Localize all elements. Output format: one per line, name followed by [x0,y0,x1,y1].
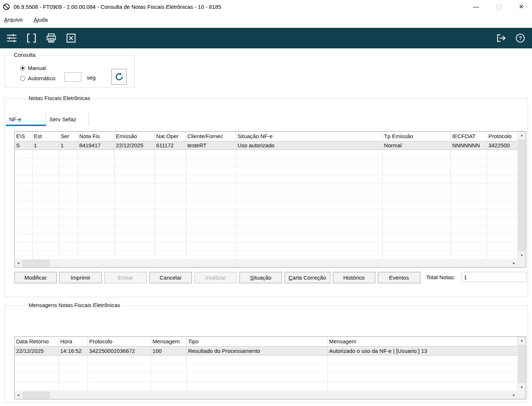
scroll-up-icon: ▲ [520,339,524,342]
horizontal-scrollbar[interactable]: ◄ ► [15,391,518,399]
carta-correcao-button[interactable]: Carta Correção [284,272,330,283]
scroll-left-button[interactable]: ◄ [15,259,22,267]
column-header[interactable]: Tp Emissão [382,132,450,141]
scroll-down-button[interactable]: ▼ [518,384,526,391]
scroll-right-icon: ► [513,261,516,265]
horizontal-scrollbar[interactable]: ◄ ► [15,259,518,267]
table-cell[interactable]: 8419417 [78,141,114,150]
scroll-left-button[interactable]: ◄ [15,391,22,399]
table-cell[interactable]: 1 [59,141,78,150]
scrollbar-track[interactable] [518,139,526,252]
table-cell[interactable]: 22/12/2025 [15,346,59,355]
column-header[interactable]: Situação NF-e [236,132,382,141]
table-cell[interactable]: Autorizado o uso da NF-e | [Usuario:] 13 [327,346,517,355]
radio-automatico-control[interactable] [20,76,25,81]
print-icon[interactable] [45,32,58,45]
scrollbar-thumb[interactable] [23,392,50,398]
vertical-scrollbar[interactable]: ▲ ▼ [518,132,526,259]
table-cell[interactable]: 100 [151,346,186,355]
mensagens-table: Data RetornoHoraProtocoloMensagemTipoMen… [15,337,518,391]
radio-manual-control[interactable] [20,66,25,71]
scroll-up-button[interactable]: ▲ [518,132,526,139]
total-notas-input[interactable] [461,272,527,282]
situacao-button[interactable]: Situação [239,272,282,283]
modificar-button[interactable]: Modificar [14,272,57,283]
scrollbar-thumb[interactable] [518,140,525,251]
enviar-button: Enviar [104,272,147,283]
scrollbar-track[interactable] [518,344,526,384]
minimize-button[interactable]: — [473,4,479,10]
table-cell[interactable]: Normal [382,141,450,150]
radio-manual[interactable]: Manual [20,65,46,71]
close-button[interactable]: ✕ [519,4,524,10]
imprimir-button[interactable]: Imprimir [59,272,102,283]
column-header[interactable]: Data Retorno [15,337,59,346]
vertical-scrollbar[interactable]: ▲ ▼ [518,337,526,391]
column-header[interactable]: Mensagem [151,337,186,346]
tab-serv-sefaz[interactable]: Serv Sefaz [46,113,89,126]
scroll-right-button[interactable]: ► [510,259,518,267]
table-cell[interactable]: NNNNNNN [450,141,487,150]
total-notas-label: Total Notas: [426,274,455,280]
menu-arquivo[interactable]: Arquivo [4,16,23,23]
column-header[interactable]: Hora [59,337,88,346]
app-window: 06.9.5508 - FT0909 - 2.00.00.084 - Consu… [0,0,532,406]
column-header[interactable]: E\S [15,132,32,141]
table-cell[interactable]: 14:16:52 [59,346,88,355]
cancel-box-icon[interactable] [64,32,78,45]
cancelar-button[interactable]: Cancelar [149,272,192,283]
column-header[interactable]: Protocolo [88,337,151,346]
scroll-up-button[interactable]: ▲ [518,337,526,344]
exit-icon[interactable] [495,32,508,45]
table-row[interactable]: 22/12/202514:16:52342250002036672100Resu… [15,346,518,355]
column-header[interactable]: Mensagem [327,337,517,346]
refresh-button[interactable] [111,69,127,85]
help-icon[interactable]: ? [514,32,527,45]
column-header[interactable]: Nota Fis [78,132,114,141]
maximize-button[interactable]: ▢ [496,4,502,10]
scrollbar-thumb[interactable] [518,345,525,383]
column-header[interactable]: Est [32,132,59,141]
tab-bar: NF-e Serv Sefaz [6,113,89,126]
menu-ajuda[interactable]: Ajuda [34,16,48,23]
eventos-button[interactable]: Eventos [378,272,420,283]
scrollbar-track[interactable] [22,391,510,399]
column-header[interactable]: IECFOAT [450,132,487,141]
column-header[interactable]: Nat Oper [155,132,186,141]
table-cell[interactable]: 22/12/2025 [114,141,155,150]
brackets-icon[interactable] [25,32,38,45]
column-header[interactable]: Protocolo [487,132,517,141]
column-header[interactable]: Cliente/Fornec [186,132,236,141]
table-cell[interactable]: 1 [32,141,59,150]
radio-manual-label: Manual [28,65,46,71]
mensagens-table-container: Data RetornoHoraProtocoloMensagemTipoMen… [14,336,526,399]
table-cell[interactable]: testeRT [186,141,236,150]
interval-unit-label: seg [87,74,96,81]
empty-row [15,192,518,200]
table-cell[interactable]: 611172 [155,141,186,150]
table-cell[interactable]: S [15,141,32,150]
scrollbar-thumb[interactable] [23,260,50,266]
filter-sliders-icon[interactable] [5,32,18,45]
empty-row [15,373,518,381]
tab-nfe[interactable]: NF-e [6,113,46,126]
table-cell[interactable]: 3422500 [487,141,517,150]
table-row[interactable]: S11841941722/12/2025611172testeRTUso aut… [15,141,518,150]
historico-button[interactable]: Histórico [333,272,375,283]
empty-row [15,234,518,242]
table-cell[interactable]: Uso autorizado [236,141,382,150]
refresh-icon [114,72,124,82]
interval-input[interactable] [64,72,81,82]
scroll-down-button[interactable]: ▼ [518,252,526,259]
window-controls: — ▢ ✕ [473,4,529,10]
scroll-right-button[interactable]: ► [510,391,518,399]
column-header[interactable]: Emissão [114,132,155,141]
scrollbar-track[interactable] [22,259,510,267]
table-cell[interactable]: Resultado do Processamento [186,346,327,355]
radio-automatico[interactable]: Automático [20,75,55,81]
tab-nfe-label: NF-e [9,116,21,122]
column-header[interactable]: Ser [59,132,78,141]
empty-row [15,225,518,234]
column-header[interactable]: Tipo [186,337,327,346]
table-cell[interactable]: 342250002036672 [88,346,151,355]
